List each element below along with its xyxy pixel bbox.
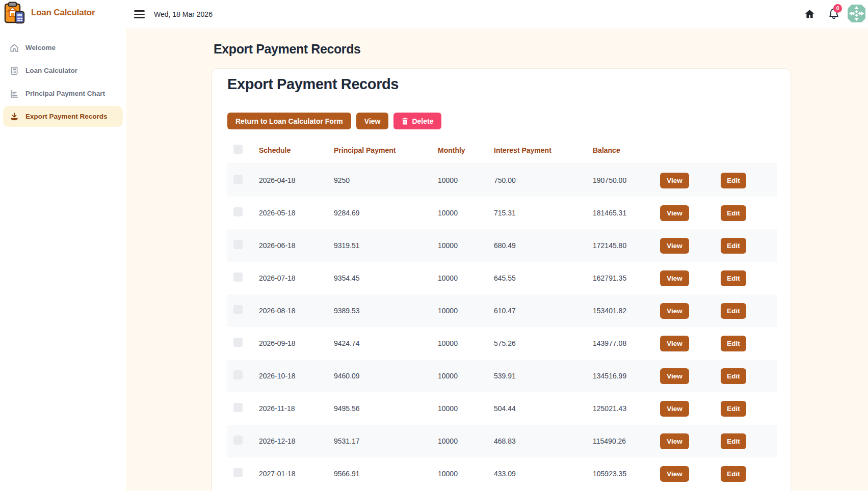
row-checkbox[interactable] [233,272,243,282]
select-all-checkbox[interactable] [233,145,243,154]
balance-cell: 143977.08 [593,339,660,347]
sidebar-item-label: Loan Calculator [25,67,77,74]
table-row: 2026-11-18 9495.56 10000 504.44 125021.4… [227,392,777,425]
row-edit-button[interactable]: Edit [721,336,746,351]
schedule-cell: 2027-01-18 [259,470,334,478]
balance-cell: 134516.99 [593,372,660,380]
row-edit-button[interactable]: Edit [721,173,746,188]
schedule-cell: 2026-08-18 [259,307,334,315]
principal-payment-cell: 9284.69 [334,209,438,217]
row-checkbox[interactable] [233,435,243,445]
home-button[interactable] [804,9,815,21]
monthly-cell: 10000 [438,339,494,347]
row-edit-button[interactable]: Edit [721,270,746,286]
interest-payment-cell: 750.00 [494,176,593,184]
row-checkbox[interactable] [233,403,243,412]
monthly-cell: 10000 [438,404,494,413]
schedule-cell: 2026-10-18 [259,372,334,380]
principal-payment-cell: 9250 [334,176,438,184]
card-toolbar: Return to Loan Calculator Form View Dele… [227,113,441,129]
column-header-balance: Balance [593,146,660,154]
schedule-cell: 2026-09-18 [259,339,334,347]
interest-payment-cell: 539.91 [494,372,593,380]
row-checkbox[interactable] [233,207,243,216]
row-edit-button[interactable]: Edit [721,205,746,221]
card-heading: Export Payment Records [227,76,399,93]
row-checkbox[interactable] [233,468,243,477]
row-view-button[interactable]: View [660,173,689,188]
avatar[interactable] [848,5,865,22]
row-view-button[interactable]: View [660,270,689,286]
row-view-button[interactable]: View [660,466,689,482]
sidebar-item-export-payment-records[interactable]: Export Payment Records [3,106,123,127]
table-row: 2026-06-18 9319.51 10000 680.49 172145.8… [227,229,777,262]
row-view-button[interactable]: View [660,401,689,417]
schedule-cell: 2026-05-18 [259,209,334,217]
interest-payment-cell: 504.44 [494,404,593,413]
row-view-button[interactable]: View [660,205,689,221]
row-checkbox[interactable] [233,370,243,379]
download-icon [10,112,19,121]
principal-payment-cell: 9566.91 [334,470,438,478]
row-edit-button[interactable]: Edit [721,238,746,254]
table-row: 2026-09-18 9424.74 10000 575.26 143977.0… [227,327,777,360]
row-view-button[interactable]: View [660,238,689,254]
schedule-cell: 2026-04-18 [259,176,334,184]
row-view-button[interactable]: View [660,336,689,351]
hamburger-menu-button[interactable] [134,8,147,21]
current-date: Wed, 18 Mar 2026 [154,0,213,29]
table-body: 2026-04-18 9250 10000 750.00 190750.00 V… [227,164,777,490]
sidebar: Welcome Loan Calculator Principal Paymen… [0,29,126,491]
interest-payment-cell: 645.55 [494,274,593,282]
balance-cell: 172145.80 [593,241,660,250]
row-edit-button[interactable]: Edit [721,303,746,319]
balance-cell: 162791.35 [593,274,660,282]
interest-payment-cell: 433.09 [494,470,593,478]
sidebar-item-principal-payment-chart[interactable]: Principal Payment Chart [3,83,123,104]
row-checkbox[interactable] [233,240,243,249]
monthly-cell: 10000 [438,470,494,478]
top-bar: Loan Calculator Wed, 18 Mar 2026 0 [0,0,868,29]
interest-payment-cell: 468.83 [494,437,593,445]
schedule-cell: 2026-07-18 [259,274,334,282]
row-view-button[interactable]: View [660,368,689,384]
row-edit-button[interactable]: Edit [721,433,746,449]
loan-calculator-logo-icon [4,2,25,24]
sidebar-item-loan-calculator[interactable]: Loan Calculator [3,60,123,81]
return-to-loan-calculator-form-button[interactable]: Return to Loan Calculator Form [227,113,351,129]
notification-badge: 0 [833,4,842,13]
monthly-cell: 10000 [438,437,494,445]
sidebar-item-label: Export Payment Records [25,113,108,120]
balance-cell: 125021.43 [593,404,660,413]
interest-payment-cell: 680.49 [494,241,593,250]
table-row: 2026-10-18 9460.09 10000 539.91 134516.9… [227,360,777,392]
view-button[interactable]: View [356,113,389,129]
balance-cell: 153401.82 [593,307,660,315]
principal-payment-cell: 9319.51 [334,241,438,250]
table-row: 2026-07-18 9354.45 10000 645.55 162791.3… [227,262,777,294]
home-icon [10,43,19,52]
table-row: 2026-05-18 9284.69 10000 715.31 181465.3… [227,197,777,229]
principal-payment-cell: 9460.09 [334,372,438,380]
delete-button[interactable]: Delete [393,113,441,129]
schedule-cell: 2026-12-18 [259,437,334,445]
row-checkbox[interactable] [233,175,243,184]
row-edit-button[interactable]: Edit [721,368,746,384]
table-row: 2026-12-18 9531.17 10000 468.83 115490.2… [227,425,777,457]
row-edit-button[interactable]: Edit [721,466,746,482]
balance-cell: 115490.26 [593,437,660,445]
interest-payment-cell: 575.26 [494,339,593,347]
monthly-cell: 10000 [438,209,494,217]
principal-payment-cell: 9424.74 [334,339,438,347]
row-view-button[interactable]: View [660,433,689,449]
chart-icon [10,89,19,98]
principal-payment-cell: 9531.17 [334,437,438,445]
delete-button-label: Delete [412,117,433,125]
balance-cell: 181465.31 [593,209,660,217]
row-checkbox[interactable] [233,305,243,314]
row-edit-button[interactable]: Edit [721,401,746,417]
row-view-button[interactable]: View [660,303,689,319]
row-checkbox[interactable] [233,338,243,347]
interest-payment-cell: 715.31 [494,209,593,217]
sidebar-item-welcome[interactable]: Welcome [3,37,123,58]
